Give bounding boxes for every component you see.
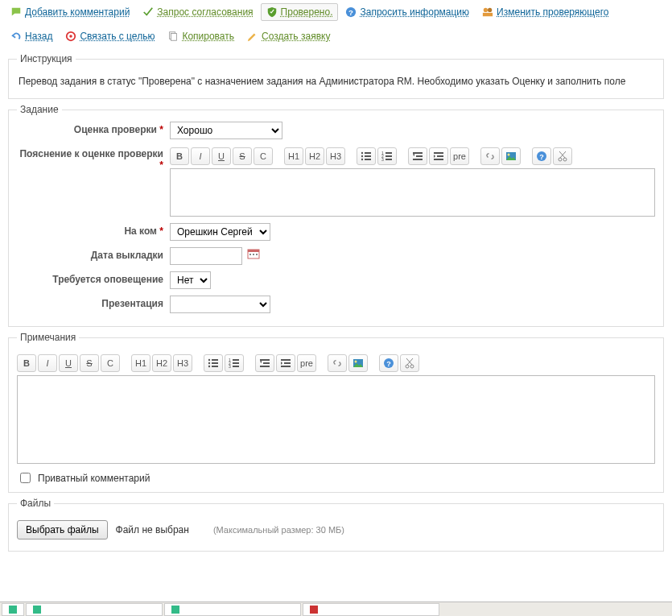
h2-button-2[interactable]: H2 [152, 354, 171, 372]
svg-text:3: 3 [381, 157, 384, 162]
svg-rect-25 [437, 155, 443, 157]
outdent-button[interactable] [408, 147, 427, 165]
notes-editor[interactable] [17, 375, 655, 464]
bold-button-2[interactable]: B [17, 354, 36, 372]
copy-link[interactable]: Копировать [162, 27, 240, 45]
code-button[interactable]: C [254, 147, 273, 165]
svg-rect-23 [413, 159, 423, 160]
svg-point-42 [208, 366, 210, 367]
svg-rect-18 [385, 155, 392, 157]
svg-point-38 [208, 359, 210, 361]
help-button-2[interactable]: ? [379, 354, 398, 372]
svg-point-11 [361, 155, 363, 157]
svg-rect-24 [434, 152, 443, 154]
svg-rect-20 [385, 159, 392, 160]
files-fieldset: Файлы Выбрать файлы Файл не выбран (Макс… [8, 498, 664, 552]
h3-button[interactable]: H3 [326, 147, 345, 165]
pre-button-2[interactable]: pre [297, 354, 316, 372]
svg-rect-39 [212, 359, 218, 361]
h1-button[interactable]: H1 [284, 147, 303, 165]
choose-files-button[interactable]: Выбрать файлы [17, 520, 108, 540]
outdent-button-2[interactable] [255, 354, 274, 372]
ul-button-2[interactable] [204, 354, 223, 372]
strike-button[interactable]: S [233, 147, 252, 165]
assignee-select[interactable]: Орешкин Сергей [170, 223, 270, 241]
image-button-2[interactable] [348, 354, 368, 372]
notify-select[interactable]: Нет [170, 271, 211, 289]
assignee-label: На ком * [17, 223, 170, 237]
svg-point-40 [208, 362, 210, 364]
h3-button-2[interactable]: H3 [173, 354, 192, 372]
image-button[interactable] [501, 147, 521, 165]
back-label: Назад [25, 31, 52, 42]
svg-point-32 [563, 158, 567, 161]
ol-button[interactable]: 123 [377, 147, 397, 165]
presentation-select[interactable] [170, 296, 270, 313]
task-fieldset: Задание Оценка проверки * Хорошо Пояснен… [8, 104, 664, 327]
svg-rect-12 [365, 155, 371, 157]
code-button-2[interactable]: C [101, 354, 120, 372]
link-goal-link[interactable]: Связать с целью [60, 27, 160, 45]
svg-rect-41 [212, 362, 218, 364]
svg-point-60 [406, 365, 409, 368]
indent-button[interactable] [429, 147, 448, 165]
rating-explanation-label: Пояснение к оценке проверки * [17, 146, 170, 171]
deploy-date-input[interactable] [170, 247, 242, 265]
svg-point-2 [484, 8, 488, 12]
svg-text:?: ? [386, 360, 391, 368]
link-goal-label: Связать с целью [80, 31, 155, 42]
link-button[interactable] [480, 147, 500, 165]
italic-button-2[interactable]: I [38, 354, 57, 372]
ul-button[interactable] [357, 147, 376, 165]
deploy-date-label: Дата выкладки [17, 247, 170, 261]
italic-button[interactable]: I [191, 147, 210, 165]
verified-link[interactable]: Проверено. [261, 3, 339, 21]
strike-button-2[interactable]: S [80, 354, 99, 372]
copy-label: Копировать [182, 31, 234, 42]
link-button-2[interactable] [328, 354, 347, 372]
cut-button-2[interactable] [400, 354, 419, 372]
approval-request-link[interactable]: Запрос согласования [137, 3, 258, 21]
underline-button[interactable]: U [212, 147, 231, 165]
copy-icon [167, 31, 179, 42]
instruction-fieldset: Инструкция Перевод задания в статус "Про… [8, 53, 664, 99]
h1-button-2[interactable]: H1 [131, 354, 150, 372]
svg-rect-8 [171, 34, 177, 41]
svg-rect-4 [483, 13, 493, 16]
add-comment-link[interactable]: Добавить комментарий [5, 3, 135, 21]
cut-button[interactable] [553, 147, 572, 165]
undo-arrow-icon [10, 31, 22, 42]
calendar-icon[interactable] [247, 247, 260, 260]
back-link[interactable]: Назад [5, 27, 58, 45]
rating-select[interactable]: Хорошо [170, 122, 282, 139]
shield-check-icon [266, 6, 278, 18]
pre-button[interactable]: pre [450, 147, 469, 165]
h2-button[interactable]: H2 [305, 147, 324, 165]
private-comment-checkbox[interactable] [20, 473, 31, 483]
request-info-link[interactable]: ? Запросить информацию [340, 3, 475, 21]
svg-rect-37 [256, 254, 258, 255]
svg-point-31 [559, 158, 562, 161]
private-comment-label: Приватный комментарий [38, 473, 150, 484]
ol-button-2[interactable]: 123 [225, 354, 244, 372]
svg-rect-16 [385, 152, 392, 154]
bold-button[interactable]: B [170, 147, 189, 165]
file-size-hint: (Максимальный размер: 30 МБ) [213, 525, 344, 535]
rating-explanation-editor[interactable] [170, 168, 655, 217]
question-icon: ? [345, 6, 357, 18]
instruction-legend: Инструкция [17, 53, 76, 64]
indent-button-2[interactable] [276, 354, 295, 372]
request-info-label: Запросить информацию [360, 6, 469, 18]
svg-point-9 [361, 152, 363, 154]
create-ticket-link[interactable]: Создать заявку [241, 27, 336, 45]
change-reviewer-link[interactable]: Изменить проверяющего [476, 3, 614, 21]
svg-rect-55 [281, 366, 291, 367]
target-icon [65, 31, 76, 42]
svg-rect-45 [233, 359, 239, 361]
help-button[interactable]: ? [532, 147, 551, 165]
svg-text:?: ? [349, 8, 354, 17]
underline-button-2[interactable]: U [59, 354, 78, 372]
svg-rect-34 [248, 250, 259, 252]
svg-rect-26 [434, 159, 443, 160]
svg-rect-49 [233, 366, 239, 367]
